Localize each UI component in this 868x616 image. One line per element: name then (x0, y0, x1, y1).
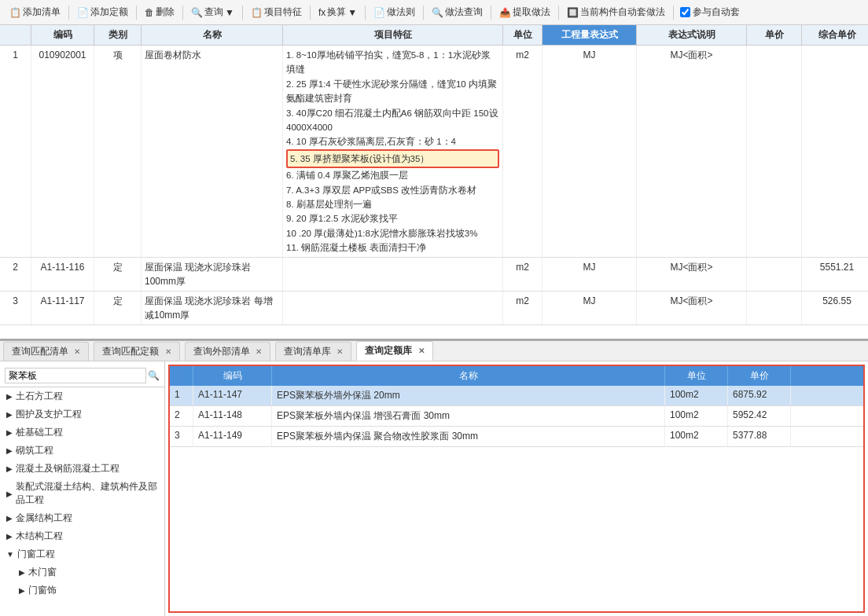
tree-item-earthwork[interactable]: ▶ 土石方工程 (0, 387, 164, 405)
cell-features (283, 292, 503, 324)
query-method-icon: 🔍 (432, 7, 443, 18)
extract-icon: 📤 (499, 7, 511, 18)
qcol-name: 名称 (272, 366, 665, 386)
cell-type: 项 (94, 46, 142, 257)
toolbar: 📋 添加清单 📄 添加定额 🗑 删除 🔍 查询 ▼ 📋 项目特征 fx 换算 ▼… (0, 0, 868, 25)
qcell-price: 5952.42 (728, 406, 791, 426)
toolbar-separator-2 (136, 6, 137, 20)
expand-arrow-icon: ▶ (6, 392, 13, 401)
col-name: 名称 (142, 25, 283, 45)
participate-checkbox[interactable] (680, 7, 690, 17)
tree-item-wood[interactable]: ▶ 木结构工程 (0, 527, 164, 545)
auto-match-button[interactable]: 🔲 当前构件自动套做法 (562, 4, 670, 20)
feature-7: 7. A.3+3 厚双层 APP或SBS 改性沥青防水卷材 (286, 183, 499, 197)
cell-unit-price (747, 258, 802, 291)
tab-query-quota[interactable]: 查询定额库 ✕ (356, 341, 432, 361)
delete-button[interactable]: 🗑 删除 (140, 4, 179, 20)
qcol-unit: 单位 (665, 366, 728, 386)
qcol-num (170, 366, 193, 386)
tree-item-enclosure[interactable]: ▶ 围护及支护工程 (0, 405, 164, 424)
cell-code: A1-11-117 (31, 292, 94, 324)
query-table-row[interactable]: 1 A1-11-147 EPS聚苯板外墙外保温 20mm 100m2 6875.… (170, 386, 863, 406)
toolbar-separator (68, 6, 69, 20)
add-list-icon: 📋 (9, 7, 21, 18)
tree-item-metal[interactable]: ▶ 金属结构工程 (0, 509, 164, 527)
expand-arrow-icon-8: ▶ (6, 532, 13, 541)
cell-expr-desc: MJ<面积> (637, 292, 747, 324)
tab-query-list[interactable]: 查询清单库 ✕ (275, 342, 351, 361)
qcell-code: A1-11-149 (193, 427, 272, 446)
qcell-num: 1 (170, 386, 193, 405)
main-table-area: 编码 类别 名称 项目特征 单位 工程量表达式 表达式说明 单价 综合单价 措施… (0, 25, 868, 339)
cell-composite (802, 46, 868, 257)
tree-item-masonry[interactable]: ▶ 砌筑工程 (0, 442, 164, 460)
query-table-area: 编码 名称 单位 单价 1 A1-11-147 EPS聚苯板外墙外保温 20mm… (168, 365, 865, 613)
expand-arrow-icon-2: ▶ (6, 410, 13, 419)
tab-close-icon-2[interactable]: ✕ (165, 347, 171, 356)
feature-10: 10 .20 厚(最薄处)1:8水泥憎水膨胀珠岩找坡3% (286, 226, 499, 240)
query-button[interactable]: 🔍 查询 ▼ (186, 4, 239, 20)
tree-item-concrete[interactable]: ▶ 混凝土及钢筋混凝土工程 (0, 460, 164, 478)
query-method-button[interactable]: 🔍 做法查询 (427, 4, 487, 20)
dropdown-arrow-icon: ▼ (225, 7, 234, 18)
expand-arrow-icon-3: ▶ (6, 428, 13, 437)
bottom-panel: 查询匹配清单 ✕ 查询匹配定额 ✕ 查询外部清单 ✕ 查询清单库 ✕ 查询定额库… (0, 339, 868, 616)
feature-1: 1. 8~10厚地砖铺平拍实，缝宽5-8，1：1水泥砂浆填缝 (286, 48, 499, 77)
cell-code: A1-11-116 (31, 258, 94, 291)
cell-composite: 5551.21 (802, 258, 868, 291)
table-row[interactable]: 1 010902001 项 屋面卷材防水 1. 8~10厚地砖铺平拍实，缝宽5-… (0, 46, 868, 258)
table-body: 1 010902001 项 屋面卷材防水 1. 8~10厚地砖铺平拍实，缝宽5-… (0, 46, 868, 338)
tab-match-quota[interactable]: 查询匹配定额 ✕ (94, 342, 179, 361)
qcol-price: 单价 (728, 366, 791, 386)
cell-num: 2 (0, 258, 31, 291)
qcell-unit: 100m2 (665, 386, 728, 405)
search-input[interactable] (5, 368, 146, 383)
tab-close-icon-3[interactable]: ✕ (256, 347, 262, 356)
col-unit-price: 单价 (747, 25, 802, 45)
query-table-row[interactable]: 2 A1-11-148 EPS聚苯板外墙内保温 增强石膏面 30mm 100m2… (170, 406, 863, 427)
tab-close-icon-5[interactable]: ✕ (418, 346, 425, 355)
item-feature-icon: 📋 (251, 7, 263, 18)
tree-item-wood-door[interactable]: ▶ 木门窗 (0, 563, 164, 581)
make-method-button[interactable]: 📄 做法则 (369, 4, 420, 20)
table-row[interactable]: 3 A1-11-117 定 屋面保温 现浇水泥珍珠岩 每增减10mm厚 m2 M… (0, 292, 868, 325)
cell-type: 定 (94, 258, 142, 291)
tab-query-external[interactable]: 查询外部清单 ✕ (185, 342, 270, 361)
delete-icon: 🗑 (145, 7, 154, 18)
cell-num: 3 (0, 292, 31, 324)
cell-expr: MJ (542, 46, 637, 257)
qcell-num: 2 (170, 406, 193, 426)
expand-arrow-icon-5: ▶ (6, 464, 13, 473)
search-icon[interactable]: 🔍 (148, 370, 160, 381)
tree-item-door-window[interactable]: ▼ 门窗工程 (0, 545, 164, 563)
toolbar-separator-10 (673, 6, 674, 20)
add-list-button[interactable]: 📋 添加清单 (5, 4, 65, 20)
item-feature-button[interactable]: 📋 项目特征 (246, 4, 307, 20)
query-table-row[interactable]: 3 A1-11-149 EPS聚苯板外墙内保温 聚合物改性胶浆面 30mm 10… (170, 427, 863, 447)
tab-match-list[interactable]: 查询匹配清单 ✕ (3, 342, 89, 361)
tree-item-door-decor[interactable]: ▶ 门窗饰 (0, 581, 164, 600)
add-quota-button[interactable]: 📄 添加定额 (72, 4, 133, 20)
toolbar-separator-6 (365, 6, 366, 20)
qcol-code: 编码 (193, 366, 272, 386)
expand-arrow-icon-7: ▶ (6, 514, 13, 522)
tab-close-icon[interactable]: ✕ (74, 347, 80, 356)
extract-method-button[interactable]: 📤 提取做法 (495, 4, 555, 20)
toolbar-separator-7 (423, 6, 424, 20)
cell-expr: MJ (542, 258, 637, 291)
expand-arrow-icon-4: ▶ (6, 446, 13, 455)
auto-match-icon: 🔲 (567, 7, 579, 18)
cell-unit: m2 (503, 258, 542, 291)
qcell-price: 5377.88 (728, 427, 791, 446)
cell-name: 屋面保温 现浇水泥珍珠岩 100mm厚 (142, 258, 283, 291)
qcell-name: EPS聚苯板外墙内保温 增强石膏面 30mm (272, 406, 665, 426)
table-row[interactable]: 2 A1-11-116 定 屋面保温 现浇水泥珍珠岩 100mm厚 m2 MJ … (0, 258, 868, 292)
feature-3: 3. 40厚C20 细石混凝土内配A6 钢筋双向中距 150设4000X4000 (286, 106, 499, 135)
calculate-button[interactable]: fx 换算 ▼ (314, 4, 362, 20)
tree-item-pile[interactable]: ▶ 桩基础工程 (0, 424, 164, 442)
cell-expr-desc: MJ<面积> (637, 258, 747, 291)
tab-close-icon-4[interactable]: ✕ (337, 347, 343, 356)
qcell-code: A1-11-148 (193, 406, 272, 426)
sidebar-tree: 🔍 ▶ 土石方工程 ▶ 围护及支护工程 ▶ 桩基础工程 ▶ 砌筑工程 ▶ 混凝土… (0, 361, 165, 616)
tree-item-prefab[interactable]: ▶ 装配式混凝土结构、建筑构件及部品工程 (0, 478, 164, 509)
